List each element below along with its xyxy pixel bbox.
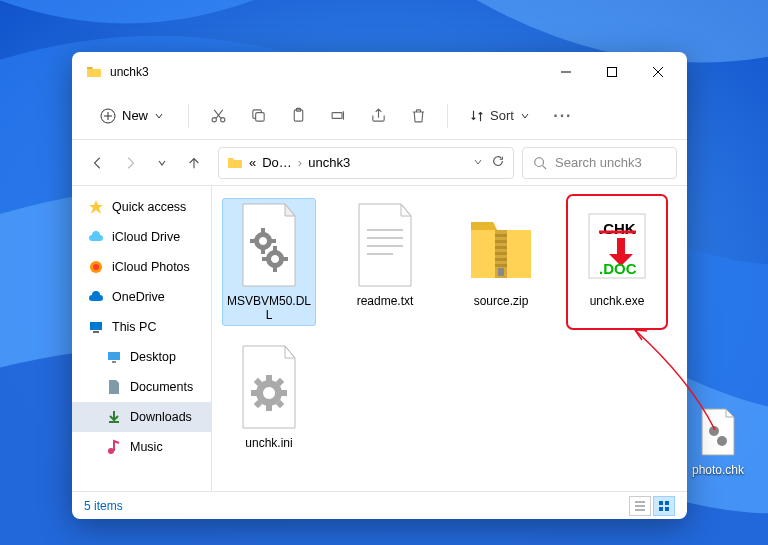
chk-file-icon [696, 407, 740, 459]
svg-rect-40 [495, 252, 507, 255]
folder-icon [86, 64, 102, 80]
recent-button[interactable] [152, 153, 172, 173]
breadcrumb-sep: « [249, 155, 256, 170]
sidebar-item-icloud-photos[interactable]: iCloud Photos [72, 252, 211, 282]
share-button[interactable] [361, 99, 395, 133]
svg-rect-51 [280, 390, 287, 396]
svg-rect-61 [659, 507, 663, 511]
file-list[interactable]: MSVBVM50.DLL readme.txt source.zip .CHK.… [212, 186, 687, 491]
svg-rect-30 [262, 257, 267, 261]
file-item[interactable]: .CHK.DOC unchk.exe [570, 198, 664, 326]
svg-rect-28 [273, 246, 277, 251]
breadcrumb-root[interactable]: Do… [262, 155, 292, 170]
folder-icon [227, 155, 243, 171]
svg-point-63 [709, 426, 719, 436]
sidebar-item-downloads[interactable]: Downloads [72, 402, 211, 432]
file-item[interactable]: unchk.ini [222, 340, 316, 454]
desktop-file-name: photo.chk [692, 463, 744, 477]
txt-icon [349, 202, 421, 290]
file-name: unchk.ini [245, 436, 292, 450]
desktop-file-item[interactable]: photo.chk [688, 407, 748, 477]
svg-rect-38 [495, 240, 507, 243]
sidebar-item-desktop[interactable]: Desktop [72, 342, 211, 372]
svg-rect-25 [261, 249, 265, 254]
new-button[interactable]: New [88, 102, 176, 130]
copy-button[interactable] [241, 99, 275, 133]
svg-rect-29 [273, 267, 277, 272]
svg-rect-39 [495, 246, 507, 249]
delete-button[interactable] [401, 99, 435, 133]
sidebar-item-label: Desktop [130, 350, 176, 364]
photos-icon [88, 259, 104, 275]
star-icon [88, 199, 104, 215]
search-input[interactable]: Search unchk3 [522, 147, 677, 179]
back-button[interactable] [88, 153, 108, 173]
sidebar-item-label: Documents [130, 380, 193, 394]
file-item[interactable]: source.zip [454, 198, 548, 326]
svg-line-16 [543, 165, 547, 169]
search-icon [533, 156, 547, 170]
sort-button[interactable]: Sort [460, 102, 540, 129]
details-view-button[interactable] [629, 496, 651, 516]
svg-rect-41 [495, 258, 507, 261]
refresh-button[interactable] [491, 154, 505, 171]
icons-view-button[interactable] [653, 496, 675, 516]
svg-point-18 [93, 264, 99, 270]
breadcrumb-current[interactable]: unchk3 [308, 155, 350, 170]
titlebar[interactable]: unchk3 [72, 52, 687, 92]
minimize-button[interactable] [543, 56, 589, 88]
rename-button[interactable] [321, 99, 355, 133]
svg-rect-19 [90, 322, 102, 330]
chevron-down-icon [154, 111, 164, 121]
svg-rect-13 [332, 113, 342, 119]
download-icon [106, 409, 122, 425]
svg-rect-43 [498, 268, 504, 276]
file-name: unchk.exe [590, 294, 645, 308]
sidebar-item-music[interactable]: Music [72, 432, 211, 462]
svg-point-64 [717, 436, 727, 446]
sidebar-item-icloud-drive[interactable]: iCloud Drive [72, 222, 211, 252]
dll-icon [233, 202, 305, 290]
sidebar-item-label: iCloud Drive [112, 230, 180, 244]
svg-rect-62 [665, 507, 669, 511]
file-explorer-window: unchk3 New Sort ··· [72, 52, 687, 519]
maximize-button[interactable] [589, 56, 635, 88]
svg-text:.DOC: .DOC [599, 260, 637, 277]
music-icon [106, 439, 122, 455]
svg-rect-37 [495, 234, 507, 237]
svg-rect-49 [266, 404, 272, 411]
svg-rect-2 [608, 68, 617, 77]
cut-button[interactable] [201, 99, 235, 133]
chevron-right-icon: › [298, 155, 302, 170]
svg-rect-50 [251, 390, 258, 396]
svg-rect-59 [659, 501, 663, 505]
svg-rect-26 [250, 239, 255, 243]
svg-rect-27 [271, 239, 276, 243]
address-bar[interactable]: « Do… › unchk3 [218, 147, 514, 179]
svg-point-8 [212, 118, 216, 122]
cloud-icon [88, 289, 104, 305]
close-button[interactable] [635, 56, 681, 88]
up-button[interactable] [184, 153, 204, 173]
sidebar-item-label: Music [130, 440, 163, 454]
more-button[interactable]: ··· [546, 99, 580, 133]
toolbar: New Sort ··· [72, 92, 687, 140]
sidebar-item-this-pc[interactable]: This PC [72, 312, 211, 342]
file-item[interactable]: MSVBVM50.DLL [222, 198, 316, 326]
svg-rect-31 [283, 257, 288, 261]
file-item[interactable]: readme.txt [338, 198, 432, 326]
zip-icon [465, 202, 537, 290]
sidebar-item-onedrive[interactable]: OneDrive [72, 282, 211, 312]
chevron-down-icon[interactable] [473, 155, 483, 170]
sidebar-item-label: This PC [112, 320, 156, 334]
sidebar-item-documents[interactable]: Documents [72, 372, 211, 402]
file-name: MSVBVM50.DLL [226, 294, 312, 322]
paste-button[interactable] [281, 99, 315, 133]
svg-rect-22 [112, 361, 116, 363]
forward-button[interactable] [120, 153, 140, 173]
svg-rect-10 [255, 113, 263, 122]
sidebar-item-quick-access[interactable]: Quick access [72, 192, 211, 222]
chevron-down-icon [520, 111, 530, 121]
item-count: 5 items [84, 499, 123, 513]
sidebar-item-label: OneDrive [112, 290, 165, 304]
